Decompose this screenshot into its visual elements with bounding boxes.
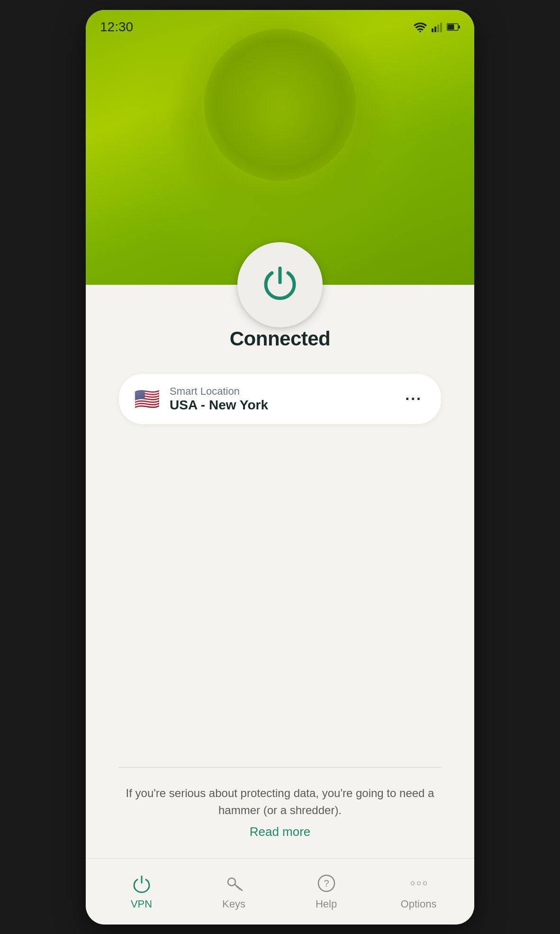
svg-line-12 bbox=[238, 888, 240, 889]
keys-nav-icon bbox=[223, 872, 245, 894]
nav-item-keys[interactable]: Keys bbox=[206, 872, 262, 910]
svg-rect-2 bbox=[434, 27, 436, 32]
country-flag: 🇺🇸 bbox=[134, 389, 160, 409]
wifi-icon bbox=[414, 22, 427, 32]
options-nav-icon bbox=[408, 872, 430, 894]
nav-item-help[interactable]: ? Help bbox=[298, 872, 355, 910]
help-nav-label: Help bbox=[316, 898, 337, 910]
vpn-nav-label: VPN bbox=[131, 898, 152, 910]
vpn-nav-icon bbox=[131, 872, 153, 894]
svg-rect-7 bbox=[459, 26, 460, 28]
options-nav-label: Options bbox=[401, 898, 437, 910]
smart-location-label: Smart Location bbox=[170, 385, 268, 398]
svg-rect-4 bbox=[440, 23, 442, 32]
location-name: USA - New York bbox=[170, 398, 268, 413]
battery-icon bbox=[447, 23, 460, 31]
main-content: Connected 🇺🇸 Smart Location USA - New Yo… bbox=[86, 285, 474, 858]
status-time: 12:30 bbox=[100, 19, 133, 35]
tip-text: If you're serious about protecting data,… bbox=[124, 785, 436, 819]
location-more-button[interactable]: ··· bbox=[401, 386, 426, 411]
nav-item-options[interactable]: Options bbox=[390, 872, 447, 910]
svg-rect-3 bbox=[437, 25, 439, 32]
location-card[interactable]: 🇺🇸 Smart Location USA - New York ··· bbox=[119, 374, 441, 424]
svg-point-18 bbox=[423, 882, 426, 885]
power-button[interactable] bbox=[237, 242, 323, 327]
svg-rect-6 bbox=[448, 24, 454, 29]
phone-container: 12:30 bbox=[86, 10, 474, 925]
tip-area: If you're serious about protecting data,… bbox=[86, 768, 474, 858]
signal-icon bbox=[432, 22, 442, 32]
read-more-link[interactable]: Read more bbox=[250, 825, 311, 839]
keys-nav-label: Keys bbox=[222, 898, 245, 910]
svg-point-16 bbox=[411, 882, 414, 885]
connection-status-text: Connected bbox=[230, 327, 331, 350]
circle-inner bbox=[204, 29, 356, 181]
location-info: Smart Location USA - New York bbox=[170, 385, 268, 413]
status-icons bbox=[414, 22, 460, 32]
power-icon bbox=[259, 263, 301, 307]
svg-point-17 bbox=[417, 882, 420, 885]
location-left: 🇺🇸 Smart Location USA - New York bbox=[134, 385, 268, 413]
status-bar: 12:30 bbox=[86, 10, 474, 38]
svg-point-0 bbox=[419, 31, 421, 32]
nav-item-vpn[interactable]: VPN bbox=[113, 872, 170, 910]
help-nav-icon: ? bbox=[316, 872, 337, 894]
svg-rect-1 bbox=[432, 28, 434, 32]
bottom-nav: VPN Keys ? Help bbox=[86, 858, 474, 925]
svg-text:?: ? bbox=[324, 878, 329, 889]
